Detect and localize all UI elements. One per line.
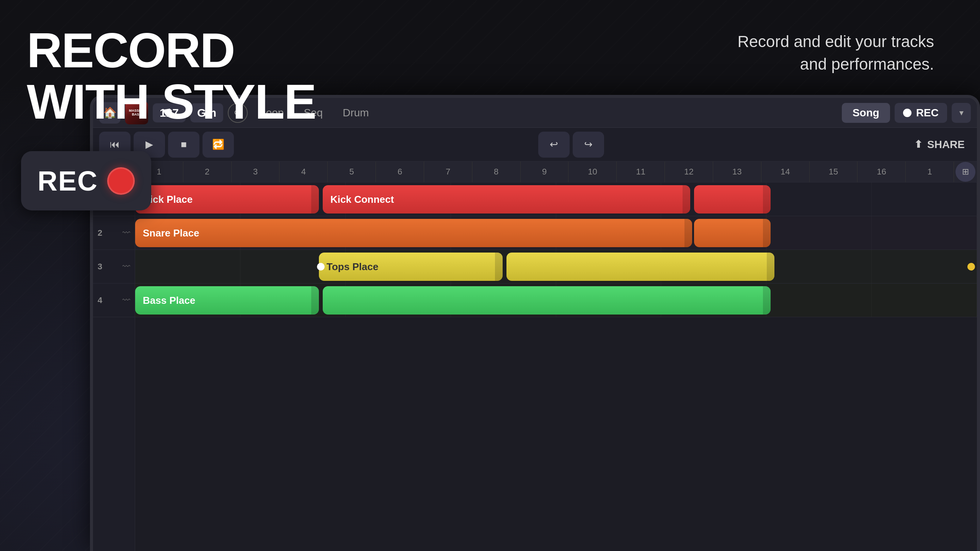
clip-label-kick-connect: Kick Connect <box>330 194 394 205</box>
share-icon: ⬆ <box>914 139 923 150</box>
ruler-mark-16: 16 <box>858 161 906 182</box>
ruler-mark-11: 11 <box>617 161 665 182</box>
clip-kick-connect[interactable]: Kick Connect <box>323 185 690 214</box>
dropdown-button[interactable]: ▾ <box>952 103 971 123</box>
transport-bar: ⏮ ▶ ■ 🔁 ↩ ↪ ⬆ SHARE <box>93 128 977 161</box>
clip-bass-2[interactable] <box>323 286 771 315</box>
rec-overlay[interactable]: REC <box>21 151 151 210</box>
ruler-mark-12: 12 <box>665 161 713 182</box>
share-label: SHARE <box>927 139 965 151</box>
ruler: 1 2 3 4 5 6 7 8 9 10 11 12 13 14 15 16 1 <box>135 161 977 183</box>
hero-heading: RECORD WITH STYLE <box>27 25 316 128</box>
heading-line1: RECORD <box>27 25 316 76</box>
ipad-frame: 🏠 MASSIVEBASS 127 Gm ⟳ Loop Seq Drum Son… <box>90 95 980 551</box>
clip-snare-place[interactable]: Snare Place <box>135 219 692 247</box>
ruler-mark-9: 9 <box>521 161 569 182</box>
track-label-2: 2 〰 <box>93 216 135 250</box>
track-row-1[interactable]: Kick Place Kick Connect <box>135 183 977 216</box>
loop-button[interactable]: 🔁 <box>203 132 234 158</box>
waveform-icon-4: 〰 <box>122 296 130 305</box>
ruler-marks: 1 2 3 4 5 6 7 8 9 10 11 12 13 14 15 16 1 <box>135 161 954 182</box>
clip-label-snare-place: Snare Place <box>143 227 199 239</box>
subtitle-text: Record and edit your tracks and performa… <box>737 31 934 76</box>
ruler-mark-6: 6 <box>376 161 424 182</box>
track-number-3: 3 <box>98 262 102 272</box>
track-label-3: 3 〰 <box>93 250 135 284</box>
clip-tops-place[interactable]: Tops Place <box>319 253 503 281</box>
track-number-4: 4 <box>98 295 102 305</box>
scroll-end-button[interactable]: ⊞ <box>956 162 975 182</box>
waveform-icon-3: 〰 <box>122 262 130 271</box>
share-button[interactable]: ⬆ SHARE <box>908 135 971 155</box>
stop-button[interactable]: ■ <box>168 132 199 158</box>
ruler-mark-14: 14 <box>761 161 810 182</box>
timeline-area: 🔍 1 〰 2 〰 3 〰 4 〰 1 <box>93 161 977 551</box>
track-labels: 🔍 1 〰 2 〰 3 〰 4 〰 <box>93 161 135 551</box>
clip-label-bass-place: Bass Place <box>143 295 195 306</box>
clip-label-tops-place: Tops Place <box>327 261 378 273</box>
nav-drum[interactable]: Drum <box>335 104 376 122</box>
track-row-3[interactable]: Tops Place <box>135 250 977 284</box>
ruler-mark-2: 2 <box>183 161 232 182</box>
ruler-mark-3: 3 <box>232 161 280 182</box>
clip-bass-place[interactable]: Bass Place <box>135 286 319 315</box>
rec-button-dot <box>903 109 911 117</box>
playhead-dot <box>317 263 325 271</box>
rec-overlay-dot[interactable] <box>107 167 135 195</box>
rec-button-label: REC <box>916 107 939 119</box>
clip-kick-place[interactable]: Kick Place <box>135 185 319 214</box>
track-label-4: 4 〰 <box>93 284 135 317</box>
clip-kick-end[interactable] <box>694 185 771 214</box>
track-row-4[interactable]: Bass Place <box>135 284 977 317</box>
song-button[interactable]: Song <box>842 103 890 123</box>
hero-subtitle: Record and edit your tracks and performa… <box>737 31 934 76</box>
clip-tops-2[interactable] <box>506 253 774 281</box>
track-row-2[interactable]: Snare Place <box>135 216 977 250</box>
ruler-mark-13: 13 <box>713 161 761 182</box>
clip-snare-end[interactable] <box>694 219 771 247</box>
heading-line2: WITH STYLE <box>27 76 316 127</box>
ruler-mark-8: 8 <box>472 161 521 182</box>
ruler-mark-5: 5 <box>328 161 376 182</box>
waveform-icon-2: 〰 <box>122 228 130 237</box>
ruler-mark-10: 10 <box>568 161 617 182</box>
rec-button[interactable]: REC <box>895 103 947 123</box>
undo-button[interactable]: ↩ <box>538 132 570 158</box>
right-handle-dot[interactable] <box>967 263 975 271</box>
track-number-2: 2 <box>98 228 102 238</box>
track-content: 1 2 3 4 5 6 7 8 9 10 11 12 13 14 15 16 1 <box>135 161 977 551</box>
tracks: Kick Place Kick Connect <box>135 183 977 317</box>
ruler-mark-next: 1 <box>906 161 954 182</box>
ruler-end: ⊞ <box>954 162 977 182</box>
redo-button[interactable]: ↪ <box>573 132 604 158</box>
rec-overlay-label: REC <box>38 165 98 197</box>
ruler-mark-4: 4 <box>279 161 328 182</box>
ruler-mark-7: 7 <box>424 161 472 182</box>
ruler-mark-15: 15 <box>810 161 858 182</box>
